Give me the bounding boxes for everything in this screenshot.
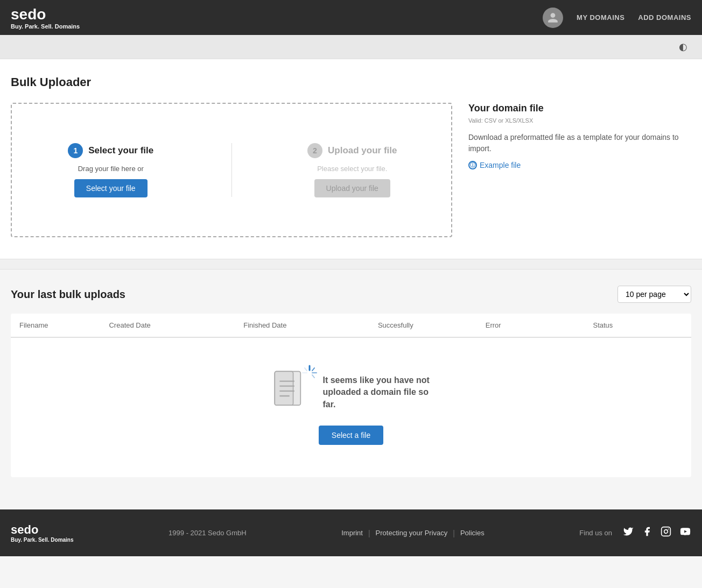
domain-file-title: Your domain file bbox=[468, 103, 691, 114]
col-created-date: Created Date bbox=[109, 321, 243, 329]
uploads-header: Your last bulk uploads 10 per page 5 per… bbox=[11, 286, 691, 303]
step-2-label: Upload your file bbox=[328, 145, 397, 156]
header: sedo Buy. Park. Sell. Domains MY DOMAINS… bbox=[0, 0, 702, 35]
logo-text: sedo bbox=[11, 6, 80, 23]
my-domains-link[interactable]: MY DOMAINS bbox=[577, 13, 624, 22]
step-2-desc: Please select your file. bbox=[317, 165, 387, 173]
imprint-link[interactable]: Imprint bbox=[341, 529, 363, 537]
file-icon-container bbox=[272, 370, 310, 415]
instagram-icon[interactable] bbox=[661, 526, 671, 540]
add-domains-link[interactable]: ADD DOMAINS bbox=[638, 13, 691, 22]
privacy-link[interactable]: Protecting your Privacy bbox=[376, 529, 448, 537]
table-header: Filename Created Date Finished Date Succ… bbox=[11, 314, 691, 338]
twitter-icon[interactable] bbox=[623, 526, 634, 540]
spinner-icon bbox=[301, 365, 318, 381]
step-1-desc: Drag your file here or bbox=[78, 165, 144, 173]
col-filename: Filename bbox=[19, 321, 109, 329]
empty-state-inner: It seems like you have not uploaded a do… bbox=[272, 370, 431, 415]
page-title: Bulk Uploader bbox=[11, 75, 691, 89]
empty-state-text: It seems like you have not uploaded a do… bbox=[323, 374, 431, 410]
upload-box: 1 Select your file Drag your file here o… bbox=[11, 103, 452, 237]
separator-2: | bbox=[453, 529, 455, 537]
logo-tagline: Buy. Park. Sell. Domains bbox=[11, 23, 80, 30]
step-1-label: Select your file bbox=[88, 145, 153, 156]
per-page-select[interactable]: 10 per page 5 per page 25 per page 50 pe… bbox=[617, 286, 691, 303]
domain-file-info: Your domain file Valid: CSV or XLS/XLSX … bbox=[468, 103, 691, 169]
upload-section: 1 Select your file Drag your file here o… bbox=[11, 103, 691, 237]
facebook-icon[interactable] bbox=[642, 526, 652, 540]
avatar[interactable] bbox=[543, 8, 563, 28]
col-error: Error bbox=[486, 321, 593, 329]
footer: sedo Buy. Park. Sell. Domains 1999 - 202… bbox=[0, 509, 702, 556]
step-2: 2 Upload your file Please select your fi… bbox=[270, 143, 436, 197]
col-status: Status bbox=[593, 321, 683, 329]
youtube-icon[interactable] bbox=[679, 526, 691, 540]
footer-logo-text: sedo bbox=[11, 523, 74, 537]
find-us-on-label: Find us on bbox=[579, 529, 612, 537]
step-1-header: 1 Select your file bbox=[68, 143, 153, 158]
valid-text: Valid: CSV or XLS/XLSX bbox=[468, 117, 691, 124]
header-nav: MY DOMAINS ADD DOMAINS bbox=[543, 8, 691, 28]
step-1: 1 Select your file Drag your file here o… bbox=[28, 143, 194, 197]
domain-file-desc: Download a preformatted file as a templa… bbox=[468, 132, 691, 154]
col-finished-date: Finished Date bbox=[243, 321, 378, 329]
footer-links: Imprint | Protecting your Privacy | Poli… bbox=[341, 529, 484, 537]
footer-tagline: Buy. Park. Sell. Domains bbox=[11, 537, 74, 543]
loading-icon bbox=[301, 365, 318, 385]
example-file-link[interactable]: ⓘ Example file bbox=[468, 161, 691, 169]
uploads-section: Your last bulk uploads 10 per page 5 per… bbox=[0, 270, 702, 509]
select-file-empty-button[interactable]: Select a file bbox=[319, 426, 383, 445]
section-divider bbox=[0, 259, 702, 270]
uploads-table: Filename Created Date Finished Date Succ… bbox=[11, 314, 691, 477]
svg-rect-12 bbox=[662, 527, 671, 536]
toolbar-bar: ◐ bbox=[0, 35, 702, 59]
svg-line-10 bbox=[305, 368, 307, 371]
step-2-number: 2 bbox=[307, 143, 322, 158]
col-successfully: Succesfully bbox=[378, 321, 486, 329]
separator-1: | bbox=[368, 529, 370, 537]
main-content: Bulk Uploader 1 Select your file Drag yo… bbox=[0, 59, 702, 259]
select-file-button[interactable]: Select your file bbox=[74, 179, 148, 197]
svg-line-9 bbox=[312, 375, 314, 378]
upload-file-button: Upload your file bbox=[314, 179, 390, 197]
empty-state: It seems like you have not uploaded a do… bbox=[11, 338, 691, 477]
user-icon bbox=[547, 12, 559, 24]
footer-social: Find us on bbox=[579, 526, 691, 540]
svg-rect-1 bbox=[275, 371, 293, 405]
logo: sedo Buy. Park. Sell. Domains bbox=[11, 6, 80, 30]
contrast-button[interactable]: ◐ bbox=[675, 39, 691, 55]
svg-line-7 bbox=[312, 368, 314, 371]
step-divider bbox=[231, 143, 232, 197]
step-2-header: 2 Upload your file bbox=[307, 143, 397, 158]
uploads-title: Your last bulk uploads bbox=[11, 288, 125, 301]
empty-message: It seems like you have not uploaded a do… bbox=[323, 374, 431, 410]
info-icon: ⓘ bbox=[468, 161, 477, 169]
policies-link[interactable]: Policies bbox=[460, 529, 485, 537]
step-1-number: 1 bbox=[68, 143, 83, 158]
footer-copyright: 1999 - 2021 Sedo GmbH bbox=[169, 529, 247, 537]
footer-logo: sedo Buy. Park. Sell. Domains bbox=[11, 523, 74, 543]
